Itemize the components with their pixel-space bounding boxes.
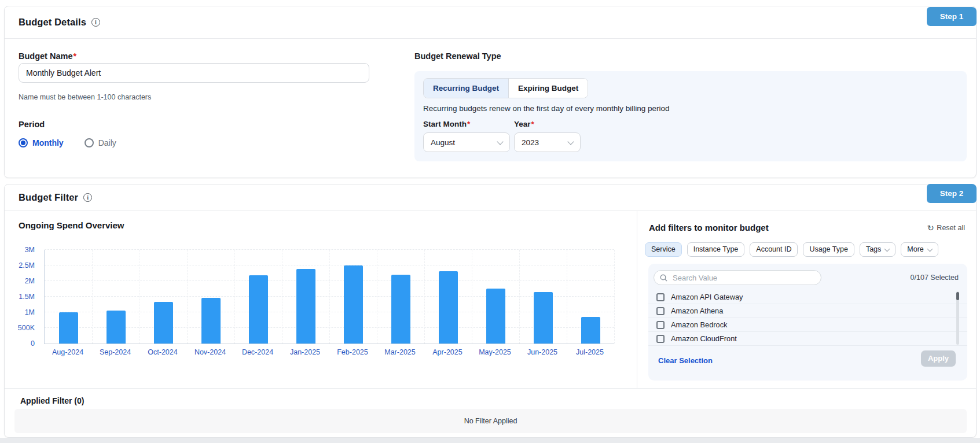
- chip-instance-type[interactable]: Instance Type: [687, 242, 745, 257]
- filter-chip-row: Service Instance Type Account ID Usage T…: [645, 242, 938, 257]
- x-tick-label: Sep-2024: [91, 348, 139, 356]
- gridline: [614, 250, 615, 344]
- list-item-amazon-cloudfront[interactable]: Amazon CloudFront: [648, 332, 967, 346]
- required-asterisk: *: [531, 120, 534, 128]
- y-tick-label: 0: [31, 339, 35, 348]
- clear-selection-link[interactable]: Clear Selection: [658, 356, 713, 365]
- checkbox-icon[interactable]: [656, 321, 665, 329]
- chart-y-axis: 0500K1M1.5M2M2.5M3M: [5, 250, 39, 344]
- refresh-icon: [926, 223, 934, 232]
- year-label: Year*: [514, 120, 534, 128]
- year-select[interactable]: 2023: [514, 132, 581, 152]
- info-icon[interactable]: [91, 18, 100, 27]
- applied-filter-empty-state: No Filter Applied: [14, 409, 967, 433]
- chart-bar: [107, 311, 126, 344]
- chevron-down-icon: [567, 138, 574, 145]
- x-tick-label: Jan-2025: [281, 348, 329, 356]
- x-tick-label: Jul-2025: [566, 348, 614, 356]
- checkbox-icon[interactable]: [656, 293, 665, 301]
- applied-filter-title: Applied Filter (0): [20, 396, 84, 405]
- chart-bar: [344, 265, 363, 344]
- chip-usage-type[interactable]: Usage Type: [803, 242, 854, 257]
- chart-bar: [296, 269, 315, 344]
- gridline: [234, 250, 235, 344]
- chip-tags[interactable]: Tags: [860, 242, 895, 257]
- budget-name-input[interactable]: [19, 63, 369, 83]
- checkbox-icon[interactable]: [656, 335, 665, 343]
- chip-service[interactable]: Service: [645, 242, 682, 257]
- gridline: [329, 250, 330, 344]
- x-tick-label: Mar-2025: [376, 348, 424, 356]
- gridline: [140, 250, 140, 344]
- required-asterisk: *: [467, 120, 470, 128]
- filter-values-panel: 0/107 Selected Amazon API Gateway Amazon…: [648, 264, 967, 381]
- gridline: [92, 250, 93, 344]
- gridline: [377, 250, 377, 344]
- chart-bar: [581, 317, 600, 344]
- scrollbar-thumb[interactable]: [956, 292, 959, 300]
- budget-details-header: Budget Details: [5, 6, 976, 39]
- y-tick-label: 500K: [18, 324, 35, 332]
- add-filters-title: Add filters to monitor budget: [649, 223, 769, 232]
- renewal-panel: Recurring Budget Expiring Budget Recurri…: [414, 71, 967, 161]
- info-icon[interactable]: [83, 193, 92, 202]
- chart-bar: [439, 271, 458, 344]
- chip-account-id[interactable]: Account ID: [750, 242, 798, 257]
- service-option-list: Amazon API Gateway Amazon Athena Amazon …: [648, 290, 967, 346]
- budget-filter-header: Budget Filter: [5, 184, 976, 211]
- scrollbar-track[interactable]: [956, 291, 959, 345]
- tab-recurring-budget[interactable]: Recurring Budget: [424, 79, 508, 98]
- tab-expiring-budget[interactable]: Expiring Budget: [508, 79, 588, 98]
- chart-bar: [486, 289, 505, 344]
- x-tick-label: Apr-2025: [424, 348, 471, 356]
- chart-bar: [534, 292, 553, 344]
- gridline: [282, 250, 282, 344]
- chart-bar: [391, 275, 410, 344]
- period-option-monthly[interactable]: Monthly: [19, 138, 64, 147]
- y-tick-label: 3M: [25, 246, 35, 254]
- gridline: [187, 250, 188, 344]
- search-box: [654, 270, 821, 285]
- gridline: [424, 250, 425, 344]
- period-option-label: Monthly: [32, 138, 64, 147]
- renewal-type-title: Budget Renewal Type: [414, 51, 501, 61]
- page-background-strip: [0, 438, 980, 443]
- budget-name-helper: Name must be between 1-100 characters: [19, 93, 151, 101]
- gridline: [472, 250, 472, 344]
- budget-details-title: Budget Details: [19, 17, 86, 28]
- x-tick-label: Dec-2024: [234, 348, 281, 356]
- chip-more[interactable]: More: [901, 242, 938, 257]
- chart-x-axis: Aug-2024Sep-2024Oct-2024Nov-2024Dec-2024…: [44, 348, 614, 356]
- list-item-amazon-api-gateway[interactable]: Amazon API Gateway: [648, 290, 967, 304]
- x-tick-label: Jun-2025: [519, 348, 566, 356]
- start-month-value: August: [431, 138, 455, 147]
- period-option-label: Daily: [98, 138, 116, 147]
- period-radio-group: Monthly Daily: [19, 138, 116, 147]
- budget-filter-card: Budget Filter Step 2 Ongoing Spend Overv…: [4, 184, 977, 438]
- period-label: Period: [19, 120, 45, 129]
- list-item-amazon-athena[interactable]: Amazon Athena: [648, 304, 967, 318]
- chevron-down-icon: [884, 246, 890, 252]
- chart-title: Ongoing Spend Overview: [19, 220, 124, 230]
- selected-count: 0/107 Selected: [911, 274, 959, 282]
- period-option-daily[interactable]: Daily: [85, 138, 116, 147]
- search-icon: [660, 274, 667, 282]
- checkbox-icon[interactable]: [656, 307, 665, 315]
- reset-all-button[interactable]: Reset all: [927, 224, 965, 232]
- year-value: 2023: [522, 138, 539, 147]
- step-1-badge: Step 1: [927, 7, 977, 26]
- y-tick-label: 1M: [25, 308, 35, 316]
- required-asterisk: *: [73, 51, 76, 61]
- chart-bar: [59, 312, 78, 344]
- apply-button[interactable]: Apply: [921, 350, 956, 367]
- x-tick-label: May-2025: [471, 348, 519, 356]
- x-tick-label: Feb-2025: [329, 348, 376, 356]
- y-tick-label: 2.5M: [19, 261, 35, 270]
- list-item-amazon-bedrock[interactable]: Amazon Bedrock: [648, 318, 967, 332]
- search-input[interactable]: [671, 273, 807, 283]
- renewal-description: Recurring budgets renew on the first day…: [423, 104, 669, 113]
- start-month-select[interactable]: August: [423, 132, 510, 152]
- budget-filter-title: Budget Filter: [19, 192, 78, 203]
- chevron-down-icon: [927, 246, 933, 252]
- chevron-down-icon: [497, 138, 503, 145]
